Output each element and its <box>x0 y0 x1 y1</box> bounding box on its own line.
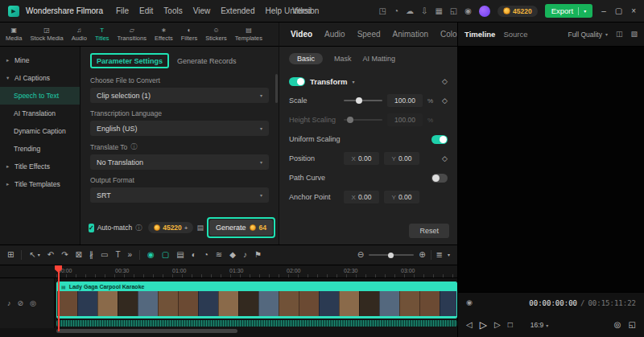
media-browser-icon[interactable]: ⊞ <box>7 251 14 259</box>
scale-slider-knob[interactable] <box>356 97 362 104</box>
cloud-icon[interactable]: ☁ <box>406 7 414 15</box>
uniform-scaling-toggle[interactable] <box>431 135 448 144</box>
history-icon[interactable]: ▤ <box>196 224 204 232</box>
pointer-tool[interactable]: ↖ ▾ <box>29 251 39 259</box>
minimize-button[interactable]: – <box>601 6 606 15</box>
tab-animation[interactable]: Animation <box>393 30 428 39</box>
auto-reframe-icon[interactable]: ▢ <box>162 251 169 259</box>
media-tab-effects[interactable]: ∗Effects <box>151 23 177 46</box>
chevron-down-icon[interactable]: ▾ <box>352 79 354 84</box>
avatar[interactable] <box>479 6 490 17</box>
generate-button[interactable]: Generate 64 <box>209 220 273 236</box>
tab-generate-records[interactable]: Generate Records <box>177 57 237 65</box>
audio-clip[interactable] <box>56 320 457 327</box>
track-manager-icon[interactable]: ≣ <box>436 251 443 259</box>
sidebar-item-dynamic-caption[interactable]: Dynamic Caption <box>0 122 80 140</box>
audio-mixer-icon[interactable]: ≋ <box>216 251 222 259</box>
gift-icon[interactable]: ◳ <box>378 7 386 15</box>
quality-dropdown[interactable]: Full Quality ▾ <box>568 31 608 39</box>
media-tab-filters[interactable]: ◐Filters <box>177 23 201 46</box>
export-button[interactable]: Export ▾ <box>545 4 592 18</box>
sidebar-item-title-templates[interactable]: ▸Title Templates <box>0 175 80 193</box>
video-clip[interactable]: ▤ Lady Gaga Carpool Karaoke <box>56 282 457 319</box>
transcription-language-select[interactable]: English (US) ▾ <box>90 121 269 136</box>
media-tab-templates[interactable]: ▤Templates <box>231 23 266 46</box>
sidebar-item-title-effects[interactable]: ▸Title Effects <box>0 158 80 175</box>
media-tab-stickers[interactable]: ☺Stickers <box>201 23 231 46</box>
aspect-ratio-dropdown[interactable]: 16:9 ▾ <box>530 321 549 329</box>
media-tab-audio[interactable]: ♫Audio <box>68 23 91 46</box>
scale-slider[interactable] <box>344 100 382 101</box>
track-mute-icon[interactable]: ♪ <box>7 300 11 307</box>
tab-source[interactable]: Source <box>503 30 527 39</box>
sidebar-item-speech-to-text[interactable]: Speech to Text <box>0 87 80 105</box>
snapshot-icon[interactable]: ◎ <box>614 321 621 329</box>
record-icon[interactable]: ◉ <box>147 251 155 259</box>
voiceover-icon[interactable]: ♪ <box>243 251 247 259</box>
tab-mask[interactable]: Mask <box>334 55 352 63</box>
background-icon[interactable]: ▧ <box>630 31 638 38</box>
reset-button[interactable]: Reset <box>409 224 449 238</box>
record-preview-icon[interactable]: ◉ <box>466 299 473 306</box>
redo-icon[interactable]: ↷ <box>61 251 68 259</box>
zoom-slider-knob[interactable] <box>388 253 394 258</box>
split-view-icon[interactable]: ◫ <box>616 31 623 38</box>
auto-match-checkbox[interactable]: ✓ <box>89 224 94 232</box>
tab-ai-matting[interactable]: AI Matting <box>363 55 396 63</box>
close-button[interactable]: × <box>631 6 636 15</box>
position-x-input[interactable]: X0.00 <box>344 152 379 165</box>
media-tab-media[interactable]: ▣Media <box>2 23 26 46</box>
timeline-ruler[interactable]: 00:00 00:30 01:00 01:30 02:00 02:30 03:0… <box>0 265 457 278</box>
media-tab-stock-media[interactable]: ◲Stock Media <box>26 23 67 46</box>
download-icon[interactable]: ⇩ <box>421 7 427 15</box>
delete-icon[interactable]: ⊠ <box>76 251 82 259</box>
position-keyframe-icon[interactable]: ◇ <box>442 154 448 162</box>
scale-keyframe-icon[interactable]: ◇ <box>442 97 448 105</box>
tab-parameter-settings[interactable]: Parameter Settings <box>97 57 163 65</box>
screen-record-icon[interactable]: ◱ <box>450 7 457 15</box>
anchor-y-input[interactable]: Y0.00 <box>384 191 419 203</box>
fullscreen-icon[interactable]: ◱ <box>629 321 636 329</box>
tab-audio[interactable]: Audio <box>324 30 345 39</box>
menu-version[interactable]: Version <box>292 6 319 15</box>
green-screen-icon[interactable]: ▤ <box>176 251 184 259</box>
menu-edit[interactable]: Edit <box>139 6 153 15</box>
marker-icon[interactable]: ⚑ <box>254 251 262 259</box>
scale-value[interactable]: 100.00 <box>387 94 423 107</box>
translate-to-select[interactable]: No Translation ▾ <box>90 154 269 170</box>
track-hide-icon[interactable]: ◎ <box>30 300 36 307</box>
credit-balance-pill[interactable]: 45220 + <box>148 222 193 233</box>
output-format-select[interactable]: SRT ▾ <box>90 187 269 203</box>
sidebar-item-trending[interactable]: Trending <box>0 140 80 158</box>
undo-icon[interactable]: ↶ <box>47 251 54 259</box>
menu-tools[interactable]: Tools <box>163 6 182 15</box>
play-button[interactable]: ▷ <box>480 320 487 330</box>
layout-icon[interactable]: ▦ <box>435 7 442 15</box>
mask-icon[interactable]: ◐ <box>192 251 196 259</box>
tab-video[interactable]: Video <box>291 30 312 39</box>
timeline-scrollbar-thumb[interactable] <box>56 329 237 333</box>
menu-help[interactable]: Help <box>265 6 282 15</box>
credit-balance-pill[interactable]: 45220 <box>497 6 538 17</box>
menu-file[interactable]: File <box>116 6 129 15</box>
step-back-button[interactable]: ◁ <box>466 321 473 329</box>
stop-button[interactable]: □ <box>508 321 513 329</box>
chevron-down-icon[interactable]: ▾ <box>448 253 450 257</box>
mic-icon[interactable]: ◉ <box>464 7 472 15</box>
path-curve-toggle[interactable] <box>431 174 448 183</box>
media-tab-transitions[interactable]: ▱Transitions <box>114 23 151 46</box>
sidebar-item-ai-translation[interactable]: AI Translation <box>0 105 80 122</box>
position-y-input[interactable]: Y0.00 <box>384 152 419 165</box>
media-tab-titles[interactable]: TTitles <box>91 23 114 46</box>
file-to-convert-select[interactable]: Clip selection (1) ▾ <box>90 88 269 103</box>
crop-icon[interactable]: ▭ <box>101 251 108 259</box>
transform-toggle[interactable] <box>289 77 305 86</box>
speed-ramp-icon[interactable]: ◔ <box>204 251 208 259</box>
text-tool-icon[interactable]: T <box>115 251 120 259</box>
notification-icon[interactable]: ◔ <box>394 7 398 15</box>
track-lock-icon[interactable]: ⊘ <box>18 300 24 307</box>
keyframe-icon[interactable]: ◆ <box>229 251 236 259</box>
maximize-button[interactable]: ▢ <box>615 6 622 15</box>
transform-keyframe-icon[interactable]: ◇ <box>442 77 448 85</box>
playhead[interactable] <box>55 265 63 331</box>
